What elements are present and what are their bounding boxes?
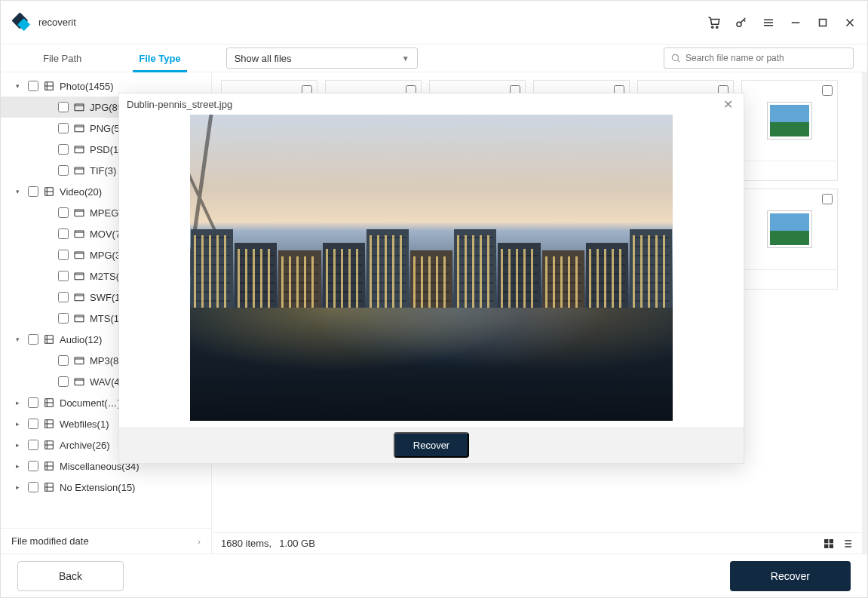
- folder-icon: [43, 460, 55, 472]
- tree-checkbox[interactable]: [58, 376, 69, 387]
- tree-checkbox[interactable]: [58, 313, 69, 324]
- key-icon[interactable]: [735, 16, 748, 29]
- thumb-checkbox[interactable]: [822, 85, 833, 96]
- minimize-icon[interactable]: [789, 16, 802, 29]
- svg-rect-30: [830, 544, 833, 547]
- svg-rect-10: [75, 146, 84, 153]
- tree-label: Video(20): [60, 186, 102, 198]
- tab-file-path[interactable]: File Path: [14, 44, 110, 72]
- folder-icon: [73, 143, 85, 155]
- expander-icon[interactable]: ▸: [16, 420, 23, 428]
- tree-label: Audio(12): [60, 334, 102, 345]
- folder-icon: [73, 101, 85, 113]
- tree-checkbox[interactable]: [58, 123, 69, 133]
- folder-icon: [73, 354, 85, 366]
- tree-checkbox[interactable]: [58, 207, 69, 218]
- expander-icon[interactable]: ▾: [16, 336, 23, 343]
- tree-item-noext[interactable]: ▸No Extension(15): [1, 477, 211, 498]
- search-icon: [670, 53, 681, 63]
- sidebar-footer-label: File modified date: [11, 535, 89, 547]
- tree-checkbox[interactable]: [28, 461, 38, 471]
- tree-checkbox[interactable]: [28, 397, 38, 408]
- list-view-icon[interactable]: [841, 538, 853, 550]
- svg-rect-16: [75, 273, 84, 280]
- folder-icon: [73, 228, 85, 240]
- preview-recover-button[interactable]: Recover: [394, 432, 469, 458]
- svg-point-4: [737, 22, 741, 26]
- status-bar: 1680 items, 1.00 GB: [212, 532, 862, 554]
- status-count: 1680 items,: [221, 538, 271, 549]
- recover-button[interactable]: Recover: [730, 561, 851, 591]
- folder-icon: [73, 164, 85, 176]
- tree-label: Webfiles(1): [60, 419, 109, 430]
- thumb-image: [768, 103, 811, 139]
- preview-title: Dublin-pennis_street.jpg: [127, 99, 232, 110]
- tree-checkbox[interactable]: [58, 165, 69, 176]
- tree-checkbox[interactable]: [58, 355, 69, 366]
- tree-checkbox[interactable]: [58, 144, 69, 155]
- folder-icon: [73, 207, 85, 219]
- scrollbar[interactable]: [863, 72, 867, 554]
- preview-footer: Recover: [119, 427, 744, 463]
- app-name: recoverit: [38, 17, 76, 28]
- tree-checkbox[interactable]: [58, 102, 69, 112]
- tree-checkbox[interactable]: [58, 292, 69, 302]
- thumb-caption: [742, 161, 837, 180]
- expander-icon[interactable]: ▾: [16, 188, 23, 195]
- sidebar-footer[interactable]: File modified date ›: [1, 528, 211, 554]
- thumbnail[interactable]: [741, 189, 838, 290]
- grid-view-icon[interactable]: [823, 538, 835, 550]
- status-size: 1.00 GB: [279, 538, 315, 549]
- thumb-checkbox[interactable]: [822, 194, 833, 204]
- svg-rect-27: [824, 539, 828, 543]
- maximize-icon[interactable]: [816, 16, 830, 29]
- expander-icon[interactable]: ▸: [16, 462, 23, 470]
- tree-label: No Extension(15): [60, 482, 135, 493]
- filter-dropdown[interactable]: Show all files ▼: [226, 48, 418, 69]
- back-button[interactable]: Back: [17, 561, 124, 591]
- cart-icon[interactable]: [707, 16, 721, 29]
- tree-checkbox[interactable]: [28, 482, 38, 492]
- expander-icon[interactable]: ▸: [16, 399, 23, 406]
- app-window: recoverit File Path File Type Show all f…: [0, 0, 868, 598]
- preview-close-icon[interactable]: ✕: [720, 97, 736, 112]
- titlebar: recoverit: [1, 1, 867, 44]
- chevron-right-icon: ›: [198, 537, 201, 546]
- tree-label: Photo(1455): [60, 81, 114, 92]
- expander-icon[interactable]: ▾: [16, 82, 23, 90]
- svg-rect-18: [75, 315, 84, 322]
- tree-checkbox[interactable]: [58, 250, 69, 260]
- tree-checkbox[interactable]: [28, 440, 38, 450]
- svg-rect-13: [75, 210, 84, 216]
- folder-icon: [43, 418, 55, 430]
- expander-icon[interactable]: ▸: [16, 441, 23, 449]
- thumb-image: [768, 211, 811, 247]
- preview-dialog: Dublin-pennis_street.jpg ✕ Recover: [118, 93, 744, 464]
- tree-checkbox[interactable]: [28, 334, 38, 345]
- search-input[interactable]: [686, 53, 847, 63]
- svg-rect-14: [75, 231, 84, 238]
- filter-dropdown-label: Show all files: [235, 53, 292, 64]
- folder-icon: [43, 80, 55, 92]
- tree-checkbox[interactable]: [28, 419, 38, 429]
- folder-icon: [43, 439, 55, 451]
- menu-icon[interactable]: [762, 16, 775, 29]
- tree-label: MP3(8): [90, 355, 122, 366]
- preview-header: Dublin-pennis_street.jpg ✕: [119, 94, 744, 115]
- svg-point-2: [712, 26, 713, 27]
- expander-icon[interactable]: ▸: [16, 483, 23, 491]
- svg-rect-8: [75, 104, 84, 111]
- folder-icon: [73, 312, 85, 324]
- folder-icon: [73, 122, 85, 134]
- tree-checkbox[interactable]: [28, 186, 38, 197]
- tree-checkbox[interactable]: [58, 271, 69, 281]
- thumbnail[interactable]: [741, 80, 838, 181]
- search-box[interactable]: [664, 48, 854, 69]
- view-toggle: [823, 538, 853, 550]
- tab-file-type[interactable]: File Type: [110, 44, 209, 72]
- tree-checkbox[interactable]: [58, 228, 69, 239]
- tree-checkbox[interactable]: [28, 81, 38, 91]
- svg-rect-21: [75, 379, 84, 385]
- svg-rect-15: [75, 252, 84, 259]
- close-icon[interactable]: [843, 16, 857, 29]
